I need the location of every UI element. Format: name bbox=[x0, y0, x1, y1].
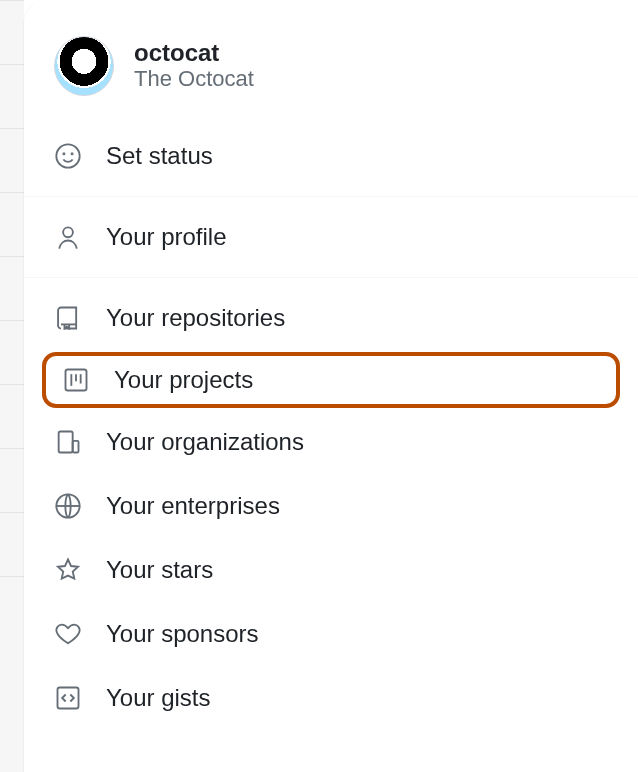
highlight-projects: Your projects bbox=[42, 352, 620, 408]
svg-rect-9 bbox=[73, 441, 79, 453]
your-gists-item[interactable]: Your gists bbox=[24, 666, 638, 730]
svg-point-2 bbox=[72, 153, 73, 154]
behind-panel-strip bbox=[0, 0, 24, 772]
your-enterprises-item[interactable]: Your enterprises bbox=[24, 474, 638, 538]
code-square-icon bbox=[54, 684, 82, 712]
star-icon bbox=[54, 556, 82, 584]
set-status-item[interactable]: Set status bbox=[24, 124, 638, 188]
repo-icon bbox=[54, 304, 82, 332]
globe-icon bbox=[54, 492, 82, 520]
your-organizations-label: Your organizations bbox=[106, 428, 304, 456]
profile-section: Your profile bbox=[24, 197, 638, 277]
your-profile-label: Your profile bbox=[106, 223, 227, 251]
your-profile-item[interactable]: Your profile bbox=[24, 205, 638, 269]
your-projects-label: Your projects bbox=[114, 366, 253, 394]
close-button[interactable] bbox=[566, 48, 602, 84]
main-menu-section: Your repositories Your projects Your org… bbox=[24, 278, 638, 738]
your-sponsors-item[interactable]: Your sponsors bbox=[24, 602, 638, 666]
svg-point-0 bbox=[56, 144, 79, 167]
your-enterprises-label: Your enterprises bbox=[106, 492, 280, 520]
organization-icon bbox=[54, 428, 82, 456]
your-gists-label: Your gists bbox=[106, 684, 211, 712]
your-projects-item[interactable]: Your projects bbox=[46, 356, 616, 404]
svg-rect-8 bbox=[59, 432, 73, 453]
username: octocat bbox=[134, 40, 254, 66]
profile-menu-panel: octocat The Octocat Set status Your prof… bbox=[24, 0, 638, 772]
svg-rect-17 bbox=[58, 688, 79, 709]
your-repositories-item[interactable]: Your repositories bbox=[24, 286, 638, 350]
heart-icon bbox=[54, 620, 82, 648]
set-status-label: Set status bbox=[106, 142, 213, 170]
person-icon bbox=[54, 223, 82, 251]
smiley-icon bbox=[54, 142, 82, 170]
your-stars-item[interactable]: Your stars bbox=[24, 538, 638, 602]
project-icon bbox=[62, 366, 90, 394]
your-repositories-label: Your repositories bbox=[106, 304, 285, 332]
user-names[interactable]: octocat The Octocat bbox=[134, 40, 254, 93]
user-full-name: The Octocat bbox=[134, 66, 254, 92]
svg-point-3 bbox=[63, 227, 73, 237]
your-sponsors-label: Your sponsors bbox=[106, 620, 259, 648]
your-organizations-item[interactable]: Your organizations bbox=[24, 410, 638, 474]
your-stars-label: Your stars bbox=[106, 556, 213, 584]
status-section: Set status bbox=[24, 116, 638, 196]
svg-point-1 bbox=[63, 153, 64, 154]
avatar[interactable] bbox=[54, 36, 114, 96]
profile-header: octocat The Octocat bbox=[24, 36, 638, 116]
